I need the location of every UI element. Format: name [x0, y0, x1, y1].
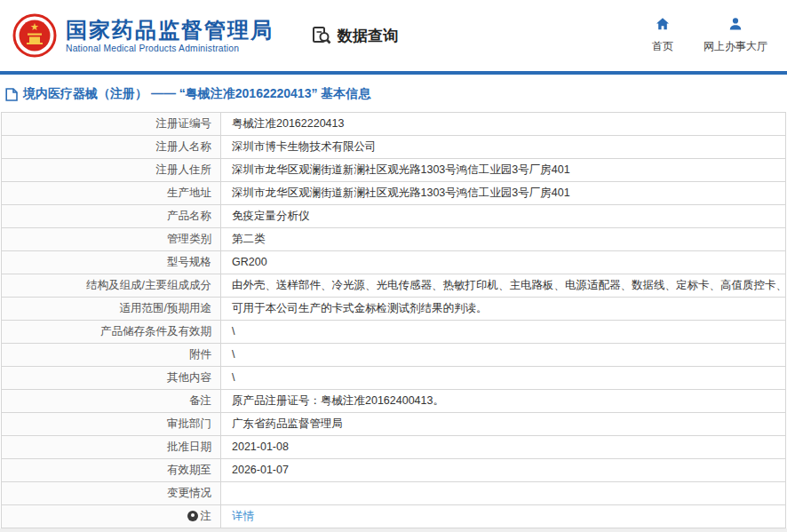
row-value: 详情 [221, 505, 786, 528]
document-icon [5, 88, 18, 101]
table-row: 结构及组成/主要组成成分由外壳、送样部件、冷光源、光电传感器、热敏打印机、主电路… [2, 274, 786, 298]
row-label: 变更情况 [2, 482, 221, 505]
row-value: 由外壳、送样部件、冷光源、光电传感器、热敏打印机、主电路板、电源适配器、数据线、… [221, 274, 786, 298]
nmpa-emblem-logo: ★ [12, 13, 57, 58]
row-value: \ [221, 321, 786, 344]
row-label: 生产地址 [2, 182, 221, 205]
breadcrumb: 境内医疗器械（注册） —— “粤械注准20162220413” 基本信息 [0, 75, 787, 112]
table-row: 生产地址深圳市龙华区观澜街道新澜社区观光路1303号鸿信工业园3号厂房401 [2, 182, 786, 205]
row-label: 有效期至 [2, 459, 221, 482]
row-label: 注册人住所 [2, 159, 221, 182]
info-table: 注册证编号粤械注准20162220413注册人名称深圳市博卡生物技术有限公司注册… [1, 112, 786, 528]
table-row: 适用范围/预期用途可用于本公司生产的卡式金标检测试剂结果的判读。 [2, 298, 786, 321]
table-row: 注册证编号粤械注准20162220413 [2, 113, 786, 136]
org-name-cn: 国家药品监督管理局 [66, 18, 274, 43]
row-label: 审批部门 [2, 413, 221, 436]
page: ★ 国家药品监督管理局 National Medical Products Ad… [0, 0, 787, 528]
row-label: 注册证编号 [2, 113, 221, 136]
header-nav: 首页 网上办事大厅 [652, 17, 767, 54]
row-value: 粤械注准20162220413 [221, 113, 786, 136]
row-value: 2026-01-07 [221, 459, 786, 482]
table-row: 型号规格GR200 [2, 251, 786, 274]
table-row: 注详情 [2, 505, 786, 528]
table-row: 批准日期2021-01-08 [2, 436, 786, 459]
row-label: 结构及组成/主要组成成分 [2, 274, 221, 298]
row-value: 原产品注册证号：粤械注准20162400413。 [221, 390, 786, 413]
row-label: 批准日期 [2, 436, 221, 459]
row-value: 可用于本公司生产的卡式金标检测试剂结果的判读。 [221, 298, 786, 321]
info-table-body: 注册证编号粤械注准20162220413注册人名称深圳市博卡生物技术有限公司注册… [2, 113, 786, 528]
table-row: 有效期至2026-01-07 [2, 459, 786, 482]
nav-service-hall-label: 网上办事大厅 [704, 39, 767, 54]
site-header: ★ 国家药品监督管理局 National Medical Products Ad… [0, 0, 787, 71]
org-names: 国家药品监督管理局 National Medical Products Admi… [66, 18, 274, 54]
table-row: 注册人住所深圳市龙华区观澜街道新澜社区观光路1303号鸿信工业园3号厂房401 [2, 159, 786, 182]
table-row: 审批部门广东省药品监督管理局 [2, 413, 786, 436]
data-query-icon [311, 25, 332, 46]
note-icon [187, 511, 198, 521]
table-row: 管理类别第二类 [2, 228, 786, 251]
row-value: GR200 [221, 251, 786, 274]
row-label: 型号规格 [2, 251, 221, 274]
row-value: 广东省药品监督管理局 [221, 413, 786, 436]
data-query-title: 数据查询 [311, 25, 398, 46]
row-label: 备注 [2, 390, 221, 413]
table-row: 备注原产品注册证号：粤械注准20162400413。 [2, 390, 786, 413]
table-row: 产品名称免疫定量分析仪 [2, 205, 786, 228]
table-row: 其他内容\ [2, 367, 786, 390]
row-value: \ [221, 367, 786, 390]
home-icon [656, 17, 670, 35]
data-query-label: 数据查询 [338, 26, 398, 46]
row-value [221, 482, 786, 505]
row-value: 第二类 [221, 228, 786, 251]
row-label: 管理类别 [2, 228, 221, 251]
row-label: 其他内容 [2, 367, 221, 390]
table-row: 附件\ [2, 344, 786, 367]
nav-home[interactable]: 首页 [652, 17, 673, 54]
nav-service-hall[interactable]: 网上办事大厅 [704, 17, 767, 54]
row-label: 注册人名称 [2, 136, 221, 159]
row-label: 适用范围/预期用途 [2, 298, 221, 321]
row-label: 产品储存条件及有效期 [2, 321, 221, 344]
details-link[interactable]: 详情 [232, 510, 254, 522]
table-row: 变更情况 [2, 482, 786, 505]
row-value: 深圳市博卡生物技术有限公司 [221, 136, 786, 159]
row-value: 深圳市龙华区观澜街道新澜社区观光路1303号鸿信工业园3号厂房401 [221, 159, 786, 182]
row-value: 深圳市龙华区观澜街道新澜社区观光路1303号鸿信工业园3号厂房401 [221, 182, 786, 205]
row-label: 注 [2, 505, 221, 528]
svg-text:★: ★ [30, 21, 39, 32]
org-name-en: National Medical Products Administration [66, 44, 274, 53]
row-value: 免疫定量分析仪 [221, 205, 786, 228]
row-value: \ [221, 344, 786, 367]
nav-home-label: 首页 [652, 39, 673, 54]
breadcrumb-text: 境内医疗器械（注册） —— “粤械注准20162220413” 基本信息 [23, 86, 370, 102]
table-row: 注册人名称深圳市博卡生物技术有限公司 [2, 136, 786, 159]
table-row: 产品储存条件及有效期\ [2, 321, 786, 344]
row-value: 2021-01-08 [221, 436, 786, 459]
user-icon [728, 17, 743, 35]
row-label: 产品名称 [2, 205, 221, 228]
row-label: 附件 [2, 344, 221, 367]
